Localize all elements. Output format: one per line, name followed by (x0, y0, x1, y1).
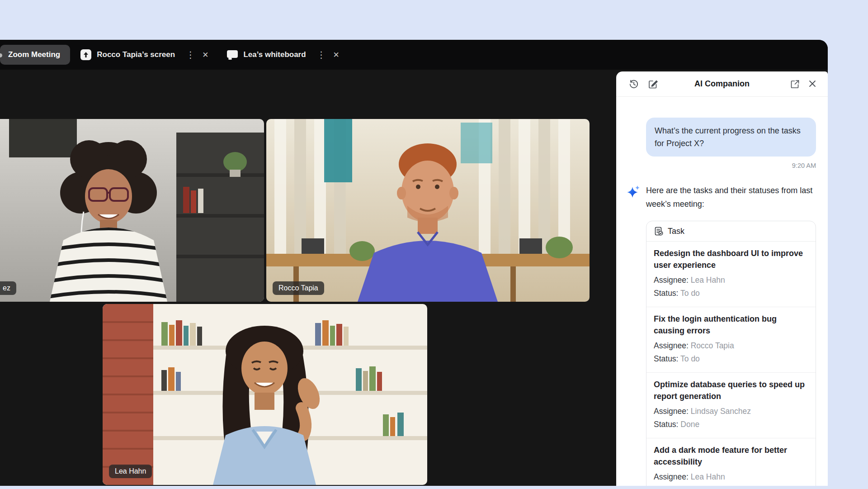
participant-1-video-illustration (0, 119, 264, 302)
task-status: Status: (654, 354, 678, 363)
task-item: Add a dark mode feature for better acces… (646, 438, 816, 486)
ai-panel-header: AI Companion (616, 71, 828, 97)
task-title: Add a dark mode feature for better acces… (654, 444, 808, 468)
task-status: Status: (654, 485, 678, 486)
task-assignee: Assignee: Rocco Tapia Status: To do (654, 339, 808, 366)
zoom-app-window: Zoom Meeting Rocco Tapia’s screen ⋮ ✕ Le… (0, 40, 828, 486)
task-status: Status: (654, 420, 678, 429)
rocco-video-illustration (266, 119, 590, 302)
task-assignee: Assignee: Lea Hahn Status: To do (654, 274, 808, 300)
ai-companion-panel: AI Companion What’s the current prog (616, 71, 828, 486)
meeting-dot-icon (0, 53, 2, 57)
ai-sparkle-icon (626, 185, 642, 202)
tab-bar: Zoom Meeting Rocco Tapia’s screen ⋮ ✕ Le… (0, 40, 828, 70)
tab-label: Rocco Tapia’s screen (97, 50, 175, 59)
message-timestamp: 9:20 AM (646, 162, 816, 169)
task-item: Fix the login authentication bug causing… (646, 307, 816, 372)
tab-zoom-meeting[interactable]: Zoom Meeting (0, 45, 70, 65)
task-list-icon (654, 226, 664, 236)
lea-video-illustration (103, 304, 427, 485)
participant-name-tag: Lea Hahn (109, 465, 152, 478)
task-card: Task Redesign the dashboard UI to improv… (646, 221, 816, 486)
task-item: Redesign the dashboard UI to improve use… (646, 242, 816, 307)
tab-label: Zoom Meeting (8, 50, 60, 59)
task-title: Fix the login authentication bug causing… (654, 313, 808, 337)
ai-response-text: Here are the tasks and their statuses fr… (646, 184, 816, 211)
tab-menu-button[interactable]: ⋮ (313, 49, 330, 60)
ai-chat-body: What’s the current progress on the tasks… (616, 97, 828, 486)
ai-response-message: Here are the tasks and their statuses fr… (646, 184, 816, 486)
video-tile-rocco-tapia[interactable]: Rocco Tapia (266, 119, 590, 302)
task-assignee: Assignee: Lindsay Sanchez Status: Done (654, 405, 808, 431)
task-item: Optimize database queries to speed up re… (646, 372, 816, 438)
user-message-bubble: What’s the current progress on the tasks… (646, 118, 816, 157)
video-tile-lea-hahn[interactable]: Lea Hahn (103, 304, 427, 485)
video-tile-participant-1[interactable]: ez (0, 119, 264, 302)
task-title: Redesign the dashboard UI to improve use… (654, 247, 808, 271)
task-card-header-label: Task (668, 227, 684, 236)
tab-menu-button[interactable]: ⋮ (182, 49, 198, 60)
tab-rocco-screen[interactable]: Rocco Tapia’s screen (77, 45, 178, 65)
task-card-header: Task (646, 221, 816, 242)
task-title: Optimize database queries to speed up re… (654, 379, 808, 402)
share-screen-icon (80, 49, 92, 61)
participant-name-tag: ez (0, 281, 16, 295)
tab-close-button[interactable]: ✕ (330, 50, 343, 60)
tab-lea-whiteboard[interactable]: Lea’s whiteboard (224, 45, 308, 65)
ai-panel-title: AI Companion (616, 79, 828, 89)
task-status: Status: (654, 289, 678, 298)
tab-close-button[interactable]: ✕ (198, 50, 212, 60)
participant-name-tag: Rocco Tapia (273, 281, 324, 295)
tab-label: Lea’s whiteboard (243, 50, 306, 59)
video-grid: ez (0, 70, 616, 486)
task-assignee: Assignee: Lea Hahn Status: Done (654, 470, 808, 486)
whiteboard-icon (226, 49, 238, 60)
